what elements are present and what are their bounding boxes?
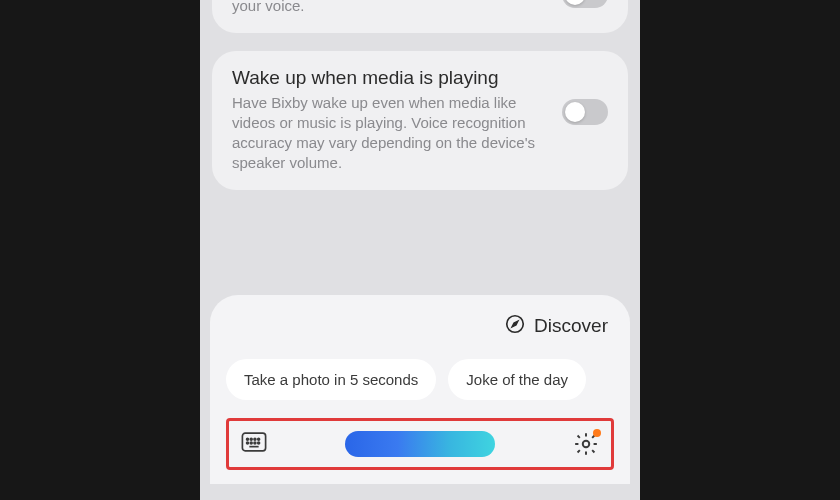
svg-point-3 bbox=[250, 438, 252, 440]
svg-point-11 bbox=[583, 441, 590, 448]
svg-point-7 bbox=[250, 442, 252, 444]
svg-point-2 bbox=[247, 438, 249, 440]
bixby-bottom-sheet: Discover Take a photo in 5 seconds Joke … bbox=[210, 295, 630, 484]
keyboard-icon[interactable] bbox=[241, 431, 267, 457]
suggestion-chips: Take a photo in 5 seconds Joke of the da… bbox=[226, 359, 614, 400]
setting-desc: Have Bixby wake up even when media like … bbox=[232, 93, 542, 174]
svg-point-4 bbox=[254, 438, 256, 440]
settings-button[interactable] bbox=[573, 431, 599, 457]
svg-point-9 bbox=[258, 442, 260, 444]
gear-icon bbox=[573, 443, 599, 460]
svg-point-6 bbox=[247, 442, 249, 444]
notification-dot-icon bbox=[593, 429, 601, 437]
toggle-voice-recognition[interactable] bbox=[562, 0, 608, 8]
svg-point-8 bbox=[254, 442, 256, 444]
setting-title: Wake up when media is playing bbox=[232, 67, 608, 89]
compass-icon bbox=[504, 313, 526, 339]
svg-point-5 bbox=[258, 438, 260, 440]
action-bar-highlighted bbox=[226, 418, 614, 470]
discover-button[interactable]: Discover bbox=[226, 313, 614, 339]
phone-viewport: Teach Bixby to recognize and respond to … bbox=[200, 0, 640, 500]
voice-input-button[interactable] bbox=[345, 431, 495, 457]
suggestion-chip[interactable]: Take a photo in 5 seconds bbox=[226, 359, 436, 400]
setting-card-voice-recognition[interactable]: Teach Bixby to recognize and respond to … bbox=[212, 0, 628, 33]
toggle-wake-media[interactable] bbox=[562, 99, 608, 125]
setting-desc: Teach Bixby to recognize and respond to … bbox=[232, 0, 503, 17]
suggestion-chip[interactable]: Joke of the day bbox=[448, 359, 586, 400]
discover-label: Discover bbox=[534, 315, 608, 337]
setting-card-wake-media[interactable]: Wake up when media is playing Have Bixby… bbox=[212, 51, 628, 190]
